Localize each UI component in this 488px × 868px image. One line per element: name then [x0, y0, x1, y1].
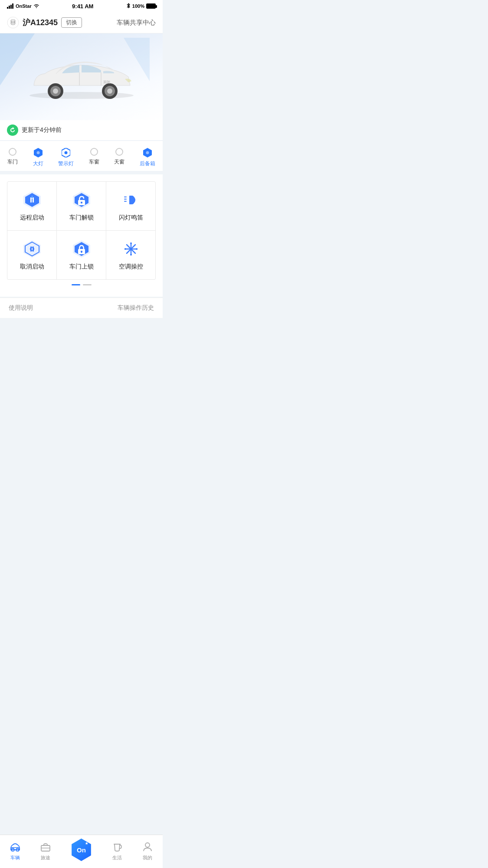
indicator-trunk[interactable]: 后备箱: [140, 148, 155, 167]
window-dot: [90, 148, 98, 156]
door-lock-label: 车门上锁: [69, 263, 94, 271]
status-indicators: 车门 大灯 警示灯 车窗 天窗 后备箱: [0, 141, 163, 171]
action-flash-horn[interactable]: 闪灯鸣笛: [106, 182, 155, 230]
lock-icon: [72, 239, 91, 259]
headlight-dot: [34, 148, 43, 157]
trunk-label: 后备箱: [140, 160, 155, 167]
remote-start-label: 远程启动: [20, 214, 44, 222]
action-remote-start[interactable]: 远程启动: [7, 182, 56, 230]
svg-text:英朗: 英朗: [103, 80, 110, 84]
svg-point-52: [130, 248, 132, 250]
cancel-start-label: 取消启动: [20, 263, 44, 271]
svg-point-19: [36, 151, 39, 154]
switch-button[interactable]: 切换: [61, 17, 82, 28]
window-label: 车窗: [89, 158, 99, 166]
links-row: 使用说明 车辆操作历史: [0, 298, 163, 318]
svg-point-8: [29, 92, 134, 99]
engine-icon: [23, 190, 42, 210]
svg-rect-37: [129, 196, 133, 204]
status-right: 100%: [126, 3, 156, 9]
app-header: 沪A12345 切换 车辆共享中心: [0, 12, 163, 33]
indicator-window[interactable]: 车窗: [89, 148, 99, 167]
sharing-center-link[interactable]: 车辆共享中心: [117, 19, 156, 27]
svg-rect-36: [124, 201, 127, 202]
svg-point-4: [7, 17, 19, 28]
plate-number: 沪A12345: [23, 17, 58, 28]
buick-logo: [7, 16, 19, 29]
sunroof-label: 天窗: [114, 158, 124, 166]
svg-rect-34: [124, 197, 127, 197]
unlock-icon: [72, 190, 91, 210]
svg-point-54: [130, 254, 132, 255]
car-banner: 英朗: [0, 33, 163, 120]
action-ac-control[interactable]: 空调操控: [106, 231, 155, 279]
door-label: 车门: [7, 158, 18, 166]
svg-point-11: [53, 88, 58, 94]
battery-icon: [146, 3, 156, 9]
sunroof-dot: [115, 148, 123, 156]
action-section: 远程启动 车门解锁: [0, 174, 163, 297]
status-carrier: OnStar: [7, 3, 39, 9]
flash-icon: [121, 190, 141, 210]
action-door-lock[interactable]: 车门上锁: [57, 231, 106, 279]
svg-marker-38: [23, 240, 41, 258]
svg-point-53: [130, 242, 132, 244]
door-dot: [9, 148, 16, 156]
page-dot-2[interactable]: [83, 284, 92, 285]
refresh-icon[interactable]: [7, 124, 18, 136]
svg-rect-1: [9, 6, 10, 9]
action-cancel-start[interactable]: 取消启动: [7, 231, 56, 279]
snowflake-icon: [121, 239, 141, 259]
pagination: [7, 280, 156, 290]
hazard-dot: [62, 148, 70, 157]
flash-horn-label: 闪灯鸣笛: [119, 214, 143, 222]
svg-rect-35: [124, 199, 127, 200]
indicator-sunroof[interactable]: 天窗: [114, 148, 124, 167]
svg-rect-2: [10, 5, 12, 9]
trunk-dot: [143, 148, 152, 157]
svg-point-55: [124, 248, 126, 250]
instructions-link[interactable]: 使用说明: [9, 304, 33, 312]
action-grid: 远程启动 车门解锁: [7, 181, 156, 280]
history-link[interactable]: 车辆操作历史: [118, 304, 154, 312]
svg-point-56: [136, 248, 138, 250]
page-dot-1[interactable]: [72, 284, 80, 285]
svg-rect-3: [12, 3, 13, 9]
svg-rect-33: [81, 202, 82, 203]
headlight-label: 大灯: [33, 160, 43, 167]
update-status: 更新于4分钟前: [0, 120, 163, 140]
indicator-headlight[interactable]: 大灯: [33, 148, 43, 167]
wifi-icon: [33, 3, 39, 9]
update-text: 更新于4分钟前: [22, 126, 62, 134]
svg-point-23: [146, 151, 149, 154]
car-svg: 英朗: [21, 44, 142, 105]
door-unlock-label: 车门解锁: [69, 214, 94, 222]
status-time: 9:41 AM: [72, 3, 93, 10]
bluetooth-icon: [126, 3, 131, 9]
action-door-unlock[interactable]: 车门解锁: [57, 182, 106, 230]
car-image: 英朗: [21, 42, 142, 107]
signal-icon: [7, 3, 14, 9]
svg-rect-0: [7, 7, 8, 9]
indicator-door[interactable]: 车门: [7, 148, 18, 167]
hazard-label: 警示灯: [58, 160, 74, 167]
ac-control-label: 空调操控: [119, 263, 143, 271]
status-bar: OnStar 9:41 AM 100%: [0, 0, 163, 12]
engine-off-icon: [23, 239, 42, 259]
svg-point-14: [107, 88, 112, 94]
svg-point-21: [65, 151, 68, 154]
indicator-hazard[interactable]: 警示灯: [58, 148, 74, 167]
